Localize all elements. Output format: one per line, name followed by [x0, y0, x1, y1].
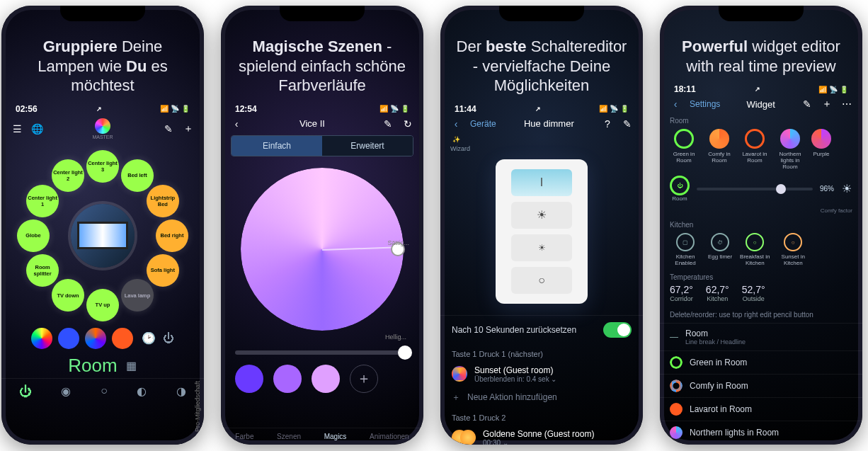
palette-swatch-0[interactable] [31, 328, 52, 349]
add-icon[interactable]: ＋ [183, 123, 194, 135]
widget-scene-green-in-room[interactable]: Green in Room [670, 129, 698, 170]
widget-scene-lavarot-in-room[interactable]: Lavarot in Room [741, 129, 769, 170]
room-brightness-slider[interactable] [697, 188, 813, 190]
tab-szenen[interactable]: Szenen [277, 433, 301, 440]
status-bar: 18:11↗ 📶 📡 🔋 [660, 81, 862, 96]
widget-scene-northern-lights-in-room[interactable]: Northern lights in Room [776, 129, 804, 170]
edit-icon[interactable]: ✎ [622, 118, 633, 130]
status-time: 11:44 [455, 104, 476, 114]
widget-list-item[interactable]: Lavarot in Room [660, 397, 862, 421]
status-bar: 12:54 📶 📡 🔋 [221, 101, 423, 115]
widget-list-item[interactable]: Comfy in Room [660, 374, 862, 397]
tab-animationen[interactable]: Animationen [370, 433, 409, 440]
tab-erweitert[interactable]: Erweitert [322, 136, 413, 156]
back-label[interactable]: Geräte [470, 119, 496, 129]
master-button[interactable]: MASTER [42, 118, 163, 139]
kitchen-item-egg-timer[interactable]: ⏱Egg timer [708, 233, 732, 266]
edit-icon[interactable]: ✎ [801, 98, 813, 110]
edit-icon[interactable]: ✎ [382, 118, 394, 130]
tab4-icon[interactable]: ◐ [137, 384, 147, 399]
power-tab-icon[interactable]: ⏻ [19, 384, 32, 399]
back-icon[interactable]: ‹ [670, 98, 681, 110]
palette-swatch-2[interactable] [85, 328, 106, 349]
temperatures-row: 67,2°Corridor62,7°Kitchen52,7°Outside [660, 282, 862, 307]
back-icon[interactable]: ‹ [450, 118, 462, 130]
dimmer-off-button[interactable]: ○ [511, 267, 572, 294]
lamp-lightstrip-bed[interactable]: Lightstrip Bed [147, 185, 179, 217]
back-label[interactable]: Settings [690, 99, 720, 109]
clock-icon[interactable]: 🕑 [143, 333, 154, 344]
scene-title: Vice II [242, 118, 382, 129]
lamp-bed-right[interactable]: Bed right [156, 219, 188, 252]
chevron-down-icon[interactable]: ⌄ [551, 375, 556, 383]
color-swatch-2[interactable] [312, 365, 340, 393]
chevron-down-icon[interactable]: ⌄ [503, 439, 508, 445]
lamp-center-light-3[interactable]: Center light 3 [86, 150, 119, 183]
temp-outside: 52,7°Outside [742, 284, 765, 302]
add-action-row-1[interactable]: ＋ Neue Aktion hinzufügen [440, 387, 643, 408]
dimmer-dimmer-button[interactable]: ☀ [511, 234, 572, 261]
grid-icon[interactable]: ▦ [126, 360, 137, 371]
widget-scene-purple[interactable]: Purple [811, 129, 831, 170]
back-icon[interactable]: ‹ [231, 118, 242, 130]
edit-icon[interactable]: ✎ [163, 123, 174, 135]
menu-icon[interactable]: ☰ [11, 123, 23, 135]
color-swatch-1[interactable] [273, 365, 302, 393]
status-icons: 📶 📡 🔋 [379, 105, 409, 113]
room-preview[interactable] [71, 204, 135, 268]
wizard-icon[interactable]: ✨ [450, 134, 462, 145]
widget-list-item[interactable]: Northern lights in Room [660, 421, 862, 444]
room-label[interactable]: Room [68, 355, 117, 377]
dimmer-on-button[interactable]: I [511, 169, 572, 196]
color-wheel[interactable]: Sättig... [241, 168, 404, 331]
tab-farbe[interactable]: Farbe [235, 433, 253, 440]
tab-einfach[interactable]: Einfach [232, 136, 322, 156]
tab-magics[interactable]: Magics [324, 433, 347, 440]
lamp-tv-down[interactable]: TV down [52, 279, 84, 312]
reset-toggle[interactable] [603, 322, 632, 338]
scene-goldene-sonne-row[interactable]: Goldene Sonne (Guest room) 00:30 ⌄ [440, 425, 643, 445]
list-item-icon [670, 356, 683, 369]
more-icon[interactable]: ⋯ [841, 98, 852, 110]
kitchen-item-sunset-in-kitchen[interactable]: ○Sunset in Kitchen [777, 233, 809, 266]
reset-after-10s-row[interactable]: Nach 10 Sekunden zurücksetzen [440, 315, 643, 344]
lamp-center-light-1[interactable]: Center light 1 [26, 185, 59, 217]
tab5-icon[interactable]: ◑ [176, 384, 186, 399]
kitchen-item-breakfast-in-kitchen[interactable]: ○Breakfast in Kitchen [739, 233, 770, 266]
tab3-icon[interactable]: ○ [101, 384, 108, 399]
palette-swatch-1[interactable] [58, 328, 79, 349]
scene-sunset-row[interactable]: Sunset (Guest room) Überblenden in: 0.4 … [440, 361, 643, 387]
brightness-slider[interactable] [235, 350, 409, 355]
bottom-scene-tabs: Farbe Szenen Magics Animationen [221, 428, 423, 445]
dimmer-brighter-button[interactable]: ☀ [511, 202, 572, 229]
color-swatch-0[interactable] [235, 365, 263, 393]
widget-list-item[interactable]: —RoomLine break / Headline [660, 323, 862, 350]
palette-swatch-3[interactable] [112, 328, 133, 349]
lamp-center-light-2[interactable]: Center light 2 [52, 159, 84, 192]
add-icon[interactable]: ＋ [821, 98, 833, 110]
add-swatch-button[interactable]: ＋ [350, 365, 378, 393]
refresh-icon[interactable]: ↻ [402, 118, 413, 130]
swatch-row: ＋ [221, 355, 423, 403]
status-icons: 📶 📡 🔋 [599, 105, 629, 113]
saturation-label: Sättig... [387, 239, 409, 246]
status-icons: 📶 📡 🔋 [160, 105, 190, 113]
lamp-sofa-light[interactable]: Sofa light [147, 254, 179, 287]
lamp-tv-up[interactable]: TV up [86, 289, 119, 321]
power-small-icon[interactable]: ⏻ [163, 333, 174, 344]
screenshot-4: Powerful widget editor with real time pr… [660, 6, 862, 445]
globe-icon[interactable]: 🌐 [31, 123, 42, 135]
tab2-icon[interactable]: ◉ [61, 384, 71, 399]
sun-icon[interactable]: ☀ [841, 183, 852, 195]
widget-list-item[interactable]: Green in Room [660, 350, 862, 374]
lamp-room-splitter[interactable]: Room splitter [26, 254, 59, 287]
lamp-bed-left[interactable]: Bed left [121, 159, 154, 192]
wizard-label[interactable]: Wizard [450, 145, 633, 152]
widget-scene-comfy-in-room[interactable]: Comfy in Room [705, 129, 733, 170]
help-icon[interactable]: ? [602, 118, 613, 130]
widget-list-item[interactable]: Purple⧉ [660, 444, 862, 445]
lamp-lava-lamp[interactable]: Lava lamp [121, 279, 154, 312]
kitchen-item-kitchen-enabled[interactable]: ▢Kitchen Enabled [670, 233, 701, 266]
lamp-globe[interactable]: Globe [17, 219, 50, 252]
room-power-button[interactable]: ⏻ [670, 176, 690, 195]
